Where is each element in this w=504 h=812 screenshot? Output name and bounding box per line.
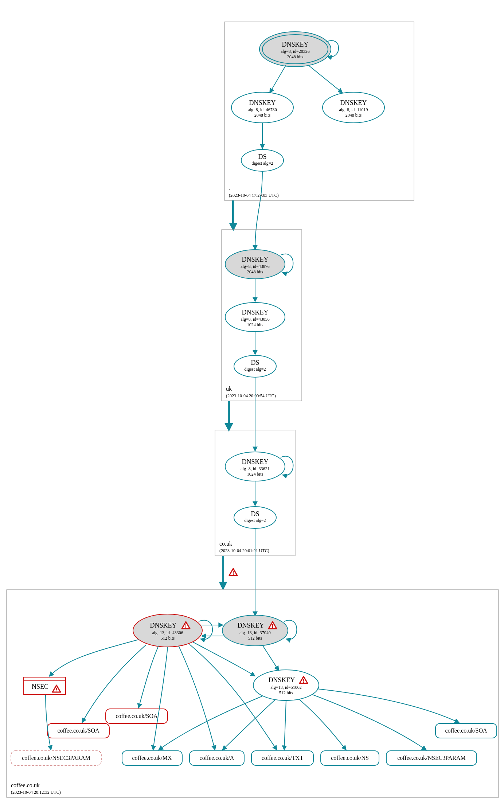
edge-root-ds-to-uk-ksk	[255, 171, 262, 250]
node-uk-zsk[interactable]: DNSKEY alg=8, id=43056 1024 bits	[225, 302, 285, 332]
edge-k1-to-soa2	[138, 646, 159, 708]
svg-text:alg=8, id=43056: alg=8, id=43056	[241, 317, 270, 322]
svg-text:DS: DS	[251, 510, 259, 518]
svg-text:DNSKEY: DNSKEY	[242, 256, 268, 263]
svg-point-14	[241, 149, 284, 171]
node-coffee-k3[interactable]: DNSKEY alg=13, id=51002 512 bits	[253, 670, 319, 700]
rrset-soa-red-1[interactable]: coffee.co.uk/SOA	[47, 723, 109, 738]
svg-text:DNSKEY: DNSKEY	[340, 99, 367, 106]
svg-text:DNSKEY: DNSKEY	[268, 676, 295, 684]
node-root-zsk[interactable]: DNSKEY alg=8, id=46780 2048 bits	[231, 92, 293, 123]
zone-label-couk: co.uk	[219, 540, 232, 547]
zone-time-uk: (2023-10-04 20:00:54 UTC)	[226, 393, 276, 398]
svg-text:alg=8, id=20326: alg=8, id=20326	[281, 49, 310, 54]
svg-point-25	[234, 355, 276, 377]
dnssec-graph: ! . (2023-10-04 17:29:03 UTC) DNSKEY alg…	[0, 0, 504, 812]
svg-text:DS: DS	[251, 359, 259, 366]
node-couk-ds[interactable]: DS digest alg=2	[234, 507, 276, 528]
edge-nsec-to-nsec3p	[46, 695, 51, 750]
edge-coffee-k1-to-k3	[193, 642, 255, 676]
rrset-a[interactable]: coffee.co.uk/A	[190, 751, 244, 765]
svg-text:512 bits: 512 bits	[248, 636, 262, 641]
svg-text:512 bits: 512 bits	[161, 636, 175, 641]
svg-text:1024 bits: 1024 bits	[247, 472, 263, 477]
edge-coffee-k2-to-k3	[262, 645, 279, 671]
rrset-txt[interactable]: coffee.co.uk/TXT	[251, 751, 313, 765]
node-root-ksk[interactable]: DNSKEY alg=8, id=20326 2048 bits	[259, 32, 331, 67]
zone-time-root: (2023-10-04 17:29:03 UTC)	[229, 193, 279, 198]
edge-k3-to-soa3	[317, 689, 459, 723]
svg-text:1024 bits: 1024 bits	[247, 322, 263, 327]
svg-text:alg=13, id=43306: alg=13, id=43306	[152, 630, 183, 635]
svg-text:DNSKEY: DNSKEY	[242, 309, 268, 316]
svg-text:2048 bits: 2048 bits	[345, 113, 362, 118]
svg-text:digest alg=2: digest alg=2	[244, 367, 266, 372]
edge-k1-to-nsec	[49, 640, 138, 676]
edge-root-ksk-to-zsk	[270, 65, 286, 93]
svg-text:DNSKEY: DNSKEY	[282, 41, 308, 48]
zone-label-coffee: coffee.co.uk	[11, 782, 40, 788]
rrset-nsec[interactable]: NSEC	[24, 677, 66, 695]
rrset-ns[interactable]: coffee.co.uk/NS	[321, 751, 379, 765]
svg-text:DNSKEY: DNSKEY	[150, 622, 176, 629]
svg-text:digest alg=2: digest alg=2	[251, 161, 273, 166]
edge-k3-to-mx	[159, 696, 262, 750]
edge-k1-to-mx	[153, 647, 168, 750]
zone-time-coffee: (2023-10-04 20:12:32 UTC)	[11, 790, 61, 795]
node-uk-ds[interactable]: DS digest alg=2	[234, 355, 276, 377]
zone-label-root: .	[229, 184, 230, 191]
edge-k1-to-a	[179, 646, 215, 750]
node-root-ds[interactable]: DS digest alg=2	[241, 149, 284, 171]
rrset-nsec3param[interactable]: coffee.co.uk/NSEC3PARAM	[386, 751, 477, 765]
node-coffee-k2[interactable]: DNSKEY alg=13, id=37040 512 bits	[222, 615, 288, 646]
rrset-soa[interactable]: coffee.co.uk/SOA	[435, 723, 497, 738]
edge-k3-to-nsec3p	[312, 694, 426, 750]
svg-text:alg=8, id=33621: alg=8, id=33621	[241, 466, 270, 471]
svg-text:NSEC: NSEC	[32, 683, 48, 690]
svg-text:coffee.co.uk/TXT: coffee.co.uk/TXT	[262, 755, 304, 761]
svg-text:2048 bits: 2048 bits	[247, 269, 263, 274]
rrset-mx[interactable]: coffee.co.uk/MX	[122, 751, 182, 765]
node-root-other[interactable]: DNSKEY alg=8, id=11019 2048 bits	[323, 92, 384, 123]
svg-text:alg=13, id=51002: alg=13, id=51002	[270, 685, 302, 690]
svg-point-32	[234, 507, 276, 528]
svg-text:DNSKEY: DNSKEY	[249, 99, 276, 106]
svg-text:coffee.co.uk/MX: coffee.co.uk/MX	[132, 755, 172, 761]
zone-label-uk: uk	[226, 386, 232, 392]
node-couk-ksk[interactable]: DNSKEY alg=8, id=33621 1024 bits	[225, 452, 285, 481]
svg-text:coffee.co.uk/NSEC3PARAM: coffee.co.uk/NSEC3PARAM	[22, 755, 90, 761]
svg-text:DNSKEY: DNSKEY	[242, 458, 268, 465]
edge-k1-to-txt	[190, 644, 277, 750]
rrset-nsec3param-missing[interactable]: coffee.co.uk/NSEC3PARAM	[11, 751, 101, 765]
svg-text:alg=8, id=11019: alg=8, id=11019	[339, 107, 368, 112]
edge-k3-to-txt	[284, 700, 286, 750]
svg-text:coffee.co.uk/NSEC3PARAM: coffee.co.uk/NSEC3PARAM	[397, 755, 466, 761]
edge-root-ksk-to-other	[308, 65, 343, 93]
svg-text:2048 bits: 2048 bits	[254, 113, 271, 118]
svg-text:coffee.co.uk/NS: coffee.co.uk/NS	[331, 755, 369, 761]
svg-text:alg=8, id=43876: alg=8, id=43876	[241, 264, 270, 269]
svg-text:coffee.co.uk/SOA: coffee.co.uk/SOA	[116, 713, 158, 719]
edge-k3-to-ns	[299, 699, 346, 750]
warning-icon[interactable]	[229, 569, 237, 576]
svg-text:512 bits: 512 bits	[279, 690, 293, 695]
svg-text:DS: DS	[258, 153, 266, 160]
svg-text:coffee.co.uk/SOA: coffee.co.uk/SOA	[57, 727, 99, 734]
svg-text:alg=13, id=37040: alg=13, id=37040	[239, 630, 271, 635]
edge-k3-to-a	[222, 700, 275, 750]
node-uk-ksk[interactable]: DNSKEY alg=8, id=43876 2048 bits	[225, 250, 285, 279]
svg-text:alg=8, id=46780: alg=8, id=46780	[248, 107, 277, 112]
node-coffee-k1[interactable]: DNSKEY alg=13, id=43306 512 bits	[133, 614, 202, 647]
zone-time-couk: (2023-10-04 20:01:01 UTC)	[219, 548, 269, 553]
svg-text:coffee.co.uk/A: coffee.co.uk/A	[200, 755, 234, 761]
svg-text:digest alg=2: digest alg=2	[244, 518, 266, 523]
svg-text:2048 bits: 2048 bits	[287, 54, 304, 59]
svg-text:coffee.co.uk/SOA: coffee.co.uk/SOA	[445, 727, 487, 734]
svg-text:DNSKEY: DNSKEY	[237, 622, 264, 629]
